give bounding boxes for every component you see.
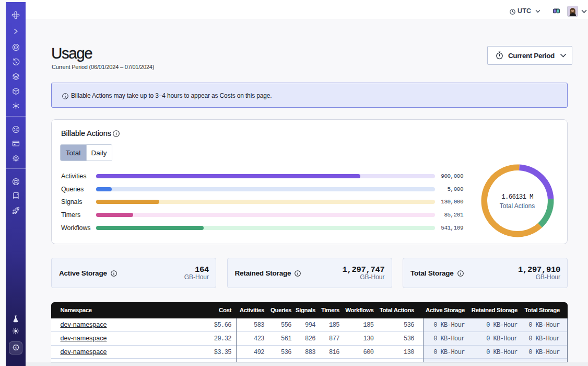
svg-text:$: $ [15,346,17,350]
